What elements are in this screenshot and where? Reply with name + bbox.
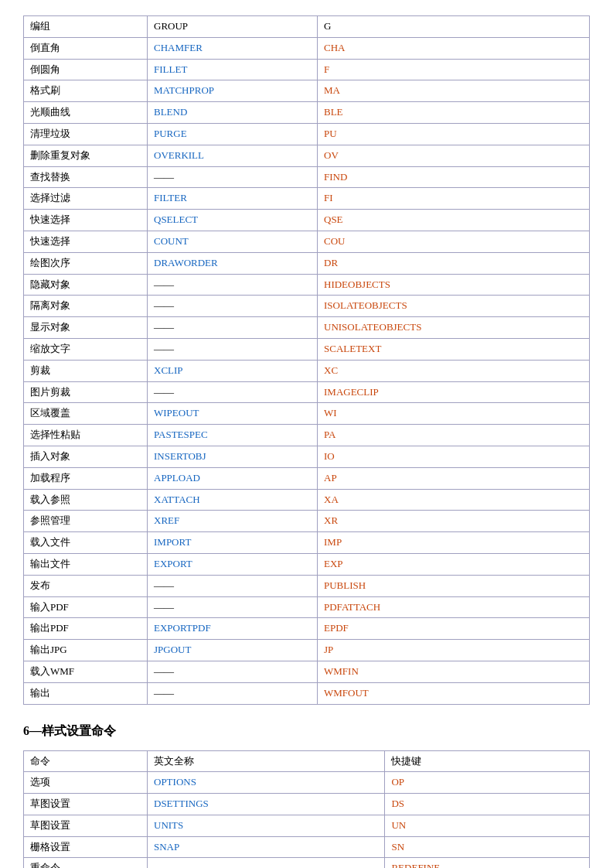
cmd-english: MATCHPROP: [148, 80, 318, 102]
cmd-shortcut: PU: [318, 123, 590, 145]
cmd-chinese: 倒直角: [24, 37, 148, 59]
cmd-chinese: 区域覆盖: [24, 403, 148, 425]
cmd-shortcut: F: [318, 59, 590, 80]
table-row: 输出PDFEXPORTPDFEPDF: [24, 618, 590, 640]
cmd-shortcut: JP: [318, 640, 590, 661]
cmd-english: WIPEOUT: [148, 403, 318, 425]
cmd-chinese: 隐藏对象: [24, 274, 148, 296]
table-row: 插入对象INSERTOBJIO: [24, 446, 590, 467]
table-row: 编组GROUPG: [24, 16, 590, 38]
cmd-shortcut: UN: [385, 815, 590, 836]
cmd-chinese: 选择性粘贴: [24, 425, 148, 446]
cmd-chinese: 剪裁: [24, 360, 148, 381]
cmd-english: ——: [148, 575, 318, 596]
cmd-english: DRAWORDER: [148, 252, 318, 274]
cmd-shortcut: EXP: [318, 553, 590, 575]
cmd-chinese: 快速选择: [24, 210, 148, 231]
cmd-shortcut: QSE: [318, 210, 590, 231]
cmd-shortcut: PDFATTACH: [318, 596, 590, 618]
cmd-english: FILLET: [148, 59, 318, 80]
cmd-shortcut: XA: [318, 489, 590, 511]
cmd-chinese: 插入对象: [24, 446, 148, 467]
cmd-chinese: 输出JPG: [24, 640, 148, 661]
cmd-shortcut: PUBLISH: [318, 575, 590, 596]
table-row: 隐藏对象——HIDEOBJECTS: [24, 274, 590, 296]
cmd-shortcut: EPDF: [318, 618, 590, 640]
table-row: 缩放文字——SCALETEXT: [24, 338, 590, 360]
cmd-english: ——: [148, 296, 318, 317]
cmd-english: ——: [148, 274, 318, 296]
cmd-english: OVERKILL: [148, 145, 318, 166]
table-row: 快速选择COUNTCOU: [24, 231, 590, 252]
cmd-chinese: 绘图次序: [24, 252, 148, 274]
table-row: 绘图次序DRAWORDERDR: [24, 252, 590, 274]
cmd-chinese: 栅格设置: [24, 836, 148, 858]
table-row: 选项OPTIONSOP: [24, 772, 590, 794]
table-row: 显示对象——UNISOLATEOBJECTS: [24, 317, 590, 339]
cmd-chinese: 发布: [24, 575, 148, 596]
cmd-chinese: 输出: [24, 682, 148, 704]
table-row: 清理垃圾PURGEPU: [24, 123, 590, 145]
cmd-chinese: 缩放文字: [24, 338, 148, 360]
cmd-chinese: 倒圆角: [24, 59, 148, 80]
cmd-chinese: 加载程序: [24, 467, 148, 489]
section-title: 6—样式设置命令: [23, 723, 590, 740]
column-header: 快捷键: [385, 750, 590, 772]
cmd-shortcut: BLE: [318, 102, 590, 124]
table-row: 载入文件IMPORTIMP: [24, 532, 590, 554]
cmd-chinese: 图片剪裁: [24, 381, 148, 403]
cmd-english: ——: [148, 381, 318, 403]
commands-table-2: 命令英文全称快捷键选项OPTIONSOP草图设置DSETTINGSDS草图设置U…: [23, 750, 590, 869]
cmd-chinese: 载入文件: [24, 532, 148, 554]
cmd-english: SNAP: [148, 836, 385, 858]
table-row: 选择性粘贴PASTESPECPA: [24, 425, 590, 446]
cmd-shortcut: G: [318, 16, 590, 38]
cmd-chinese: 草图设置: [24, 794, 148, 815]
cmd-english: GROUP: [148, 16, 318, 38]
cmd-shortcut: MA: [318, 80, 590, 102]
table-row: 倒直角CHAMFERCHA: [24, 37, 590, 59]
cmd-shortcut: HIDEOBJECTS: [318, 274, 590, 296]
cmd-chinese: 查找替换: [24, 166, 148, 188]
table-row: 载入参照XATTACHXA: [24, 489, 590, 511]
table-row: 选择过滤FILTERFI: [24, 188, 590, 210]
table-row: 草图设置DSETTINGSDS: [24, 794, 590, 815]
cmd-shortcut: XC: [318, 360, 590, 381]
table-row: 输入PDF——PDFATTACH: [24, 596, 590, 618]
cmd-english: XREF: [148, 511, 318, 532]
cmd-shortcut: UNISOLATEOBJECTS: [318, 317, 590, 339]
table-row: 隔离对象——ISOLATEOBJECTS: [24, 296, 590, 317]
cmd-chinese: 输出文件: [24, 553, 148, 575]
cmd-shortcut: IMAGECLIP: [318, 381, 590, 403]
table-row: 快速选择QSELECTQSE: [24, 210, 590, 231]
cmd-english: COUNT: [148, 231, 318, 252]
cmd-chinese: 输入PDF: [24, 596, 148, 618]
cmd-english: OPTIONS: [148, 772, 385, 794]
cmd-chinese: 删除重复对象: [24, 145, 148, 166]
commands-table-1: 编组GROUPG倒直角CHAMFERCHA倒圆角FILLETF格式刷MATCHP…: [23, 15, 590, 705]
cmd-shortcut: REDEFINE: [385, 858, 590, 868]
cmd-english: BLEND: [148, 102, 318, 124]
table-row: 发布——PUBLISH: [24, 575, 590, 596]
cmd-english: ——: [148, 596, 318, 618]
table-row: 区域覆盖WIPEOUTWI: [24, 403, 590, 425]
table-header-row: 命令英文全称快捷键: [24, 750, 590, 772]
cmd-chinese: 格式刷: [24, 80, 148, 102]
table-row: 输出——WMFOUT: [24, 682, 590, 704]
cmd-chinese: 显示对象: [24, 317, 148, 339]
cmd-chinese: 载入参照: [24, 489, 148, 511]
cmd-shortcut: SCALETEXT: [318, 338, 590, 360]
table-row: 载入WMF——WMFIN: [24, 661, 590, 682]
cmd-shortcut: FI: [318, 188, 590, 210]
table-row: 输出JPGJPGOUTJP: [24, 640, 590, 661]
cmd-english: ——: [148, 317, 318, 339]
cmd-shortcut: ISOLATEOBJECTS: [318, 296, 590, 317]
cmd-english: ——: [148, 682, 318, 704]
cmd-english: ——: [148, 858, 385, 868]
cmd-chinese: 选项: [24, 772, 148, 794]
cmd-english: IMPORT: [148, 532, 318, 554]
table-row: 光顺曲线BLENDBLE: [24, 102, 590, 124]
cmd-chinese: 草图设置: [24, 815, 148, 836]
cmd-english: JPGOUT: [148, 640, 318, 661]
cmd-shortcut: OP: [385, 772, 590, 794]
